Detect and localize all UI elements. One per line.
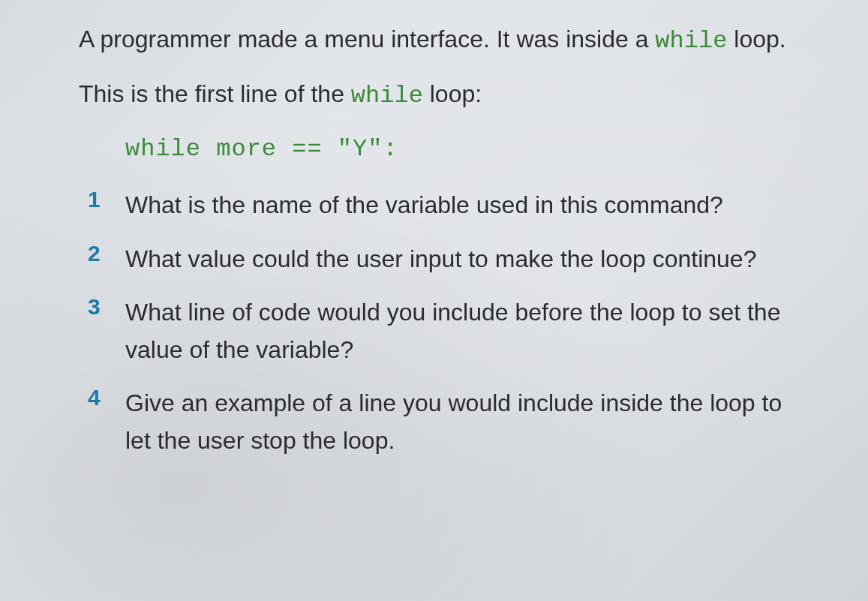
intro-paragraph: A programmer made a menu interface. It w… (79, 21, 793, 59)
document-content: A programmer made a menu interface. It w… (79, 21, 793, 460)
question-list: 1 What is the name of the variable used … (79, 187, 793, 460)
question-number: 4 (88, 385, 125, 410)
second-intro-paragraph: This is the first line of the while loop… (79, 76, 793, 114)
second-intro-part1: This is the first line of the (79, 80, 351, 107)
question-item: 4 Give an example of a line you would in… (79, 385, 793, 459)
question-number: 2 (88, 241, 125, 266)
code-keyword-while-1: while (655, 27, 727, 55)
question-text: What is the name of the variable used in… (125, 187, 793, 224)
code-block: while more == "Y": (125, 135, 793, 163)
question-text: What line of code would you include befo… (125, 294, 793, 368)
question-item: 2 What value could the user input to mak… (79, 241, 793, 278)
question-text: Give an example of a line you would incl… (125, 385, 793, 459)
question-text: What value could the user input to make … (125, 241, 793, 278)
code-keyword-while-2: while (351, 82, 423, 110)
intro-text-part1: A programmer made a menu interface. It w… (79, 26, 655, 53)
intro-text-part2: loop. (727, 26, 785, 53)
question-number: 1 (88, 187, 125, 212)
question-number: 3 (88, 294, 125, 320)
second-intro-part2: loop: (423, 80, 482, 107)
question-item: 3 What line of code would you include be… (79, 294, 793, 368)
question-item: 1 What is the name of the variable used … (79, 187, 793, 224)
